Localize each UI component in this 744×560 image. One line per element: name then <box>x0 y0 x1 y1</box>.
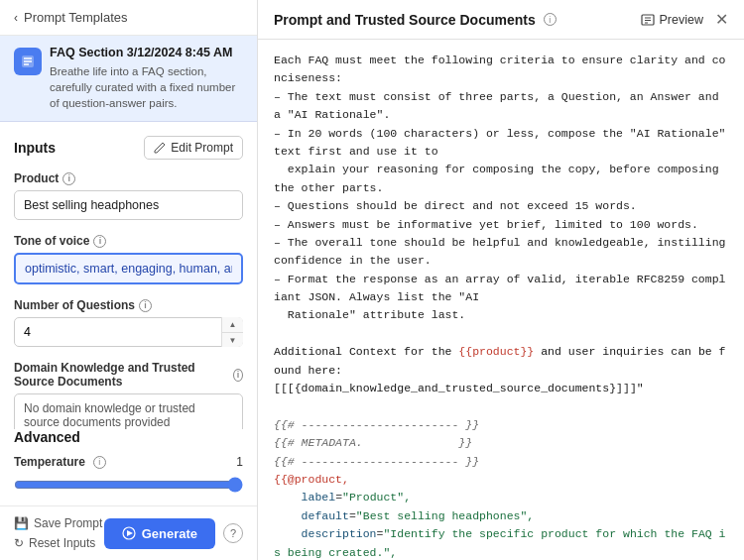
tone-info-icon[interactable]: i <box>93 235 106 248</box>
code-area: Each FAQ must meet the following criteri… <box>258 40 744 560</box>
preview-label: Preview <box>660 13 703 27</box>
questions-info-icon[interactable]: i <box>139 299 152 312</box>
edit-prompt-button[interactable]: Edit Prompt <box>144 136 243 160</box>
preview-icon <box>641 13 655 27</box>
questions-field-group: Number of Questions i ▲ ▼ <box>14 298 243 347</box>
reset-inputs-link[interactable]: ↻ Reset Inputs <box>14 536 102 550</box>
right-panel: Prompt and Trusted Source Documents i Pr… <box>258 0 744 560</box>
right-panel-title: Prompt and Trusted Source Documents <box>274 12 536 28</box>
close-button[interactable]: ✕ <box>715 10 728 29</box>
questions-label: Number of Questions i <box>14 298 243 312</box>
questions-input[interactable] <box>14 317 243 347</box>
reset-icon: ↻ <box>14 536 24 550</box>
left-panel: ‹ Prompt Templates FAQ Section 3/12/2024… <box>0 0 258 560</box>
template-icon <box>14 48 42 75</box>
product-info-icon[interactable]: i <box>62 172 75 185</box>
temperature-slider[interactable] <box>14 477 243 493</box>
save-icon: 💾 <box>14 516 29 530</box>
generate-icon <box>122 526 136 540</box>
temperature-value: 1 <box>236 455 243 469</box>
spinner-down-button[interactable]: ▼ <box>222 333 243 348</box>
back-chevron-icon: ‹ <box>14 11 18 25</box>
advanced-title: Advanced <box>14 429 243 445</box>
section-header: Inputs Edit Prompt <box>14 136 243 160</box>
inputs-section: Inputs Edit Prompt Product i Tone of voi… <box>0 122 257 429</box>
back-nav[interactable]: ‹ Prompt Templates <box>0 0 257 36</box>
edit-prompt-label: Edit Prompt <box>171 141 233 155</box>
footer-left: 💾 Save Prompt ↻ Reset Inputs <box>14 516 102 550</box>
svg-marker-5 <box>127 530 133 536</box>
back-nav-label: Prompt Templates <box>24 10 128 25</box>
temperature-row: Temperature i 1 <box>14 455 243 469</box>
edit-icon <box>154 142 166 154</box>
right-header-right: Preview ✕ <box>641 10 728 29</box>
number-input-wrapper: ▲ ▼ <box>14 317 243 347</box>
product-field-group: Product i <box>14 171 243 220</box>
inputs-title: Inputs <box>14 140 56 156</box>
tone-input[interactable] <box>14 253 243 284</box>
help-icon[interactable]: ? <box>223 523 243 543</box>
domain-field-group: Domain Knowledge and Trusted Source Docu… <box>14 361 243 429</box>
save-prompt-label: Save Prompt <box>34 516 102 530</box>
domain-textarea[interactable]: No domain knowledge or trusted source do… <box>14 393 243 429</box>
tone-field-group: Tone of voice i <box>14 234 243 284</box>
footer-actions: 💾 Save Prompt ↻ Reset Inputs Generate ? <box>0 505 257 560</box>
reset-inputs-label: Reset Inputs <box>29 536 95 550</box>
domain-info-icon[interactable]: i <box>233 369 243 382</box>
right-panel-info-icon[interactable]: i <box>544 13 557 26</box>
product-label: Product i <box>14 171 243 185</box>
advanced-section: Advanced Temperature i 1 <box>0 429 257 505</box>
temperature-label: Temperature <box>14 455 85 469</box>
right-header-left: Prompt and Trusted Source Documents i <box>274 12 557 28</box>
product-input[interactable] <box>14 190 243 220</box>
generate-button[interactable]: Generate <box>104 518 215 549</box>
generate-area: Generate ? <box>104 518 243 549</box>
generate-label: Generate <box>142 526 197 541</box>
temperature-info-icon[interactable]: i <box>93 456 106 469</box>
tone-label: Tone of voice i <box>14 234 243 248</box>
template-description: Breathe life into a FAQ section, careful… <box>50 63 243 111</box>
save-prompt-link[interactable]: 💾 Save Prompt <box>14 516 102 530</box>
spinner-up-button[interactable]: ▲ <box>222 317 243 333</box>
domain-label: Domain Knowledge and Trusted Source Docu… <box>14 361 243 389</box>
template-item: FAQ Section 3/12/2024 8:45 AM Breathe li… <box>0 36 257 122</box>
template-info: FAQ Section 3/12/2024 8:45 AM Breathe li… <box>50 46 243 111</box>
number-spinners: ▲ ▼ <box>221 317 243 347</box>
template-title: FAQ Section 3/12/2024 8:45 AM <box>50 46 243 59</box>
right-header: Prompt and Trusted Source Documents i Pr… <box>258 0 744 40</box>
preview-button[interactable]: Preview <box>641 13 703 27</box>
